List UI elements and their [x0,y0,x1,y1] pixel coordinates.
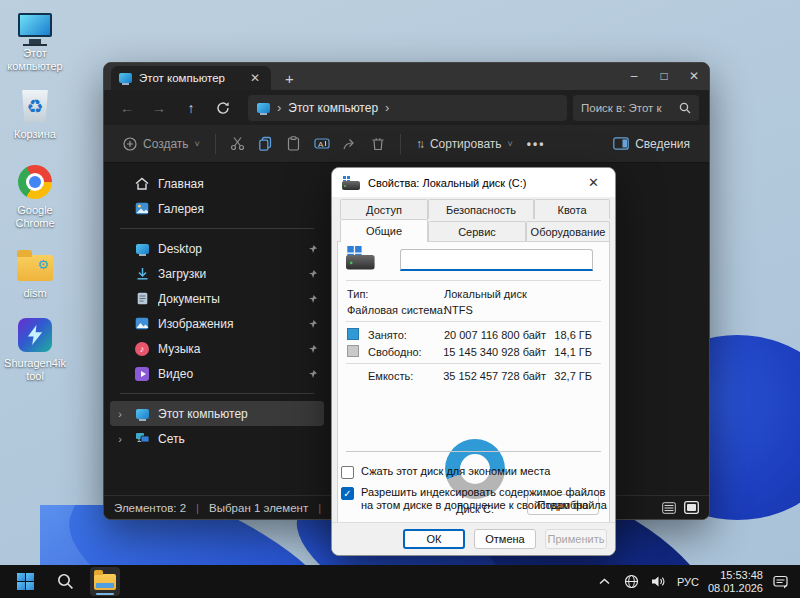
more-options-button[interactable]: ••• [520,132,553,156]
chevron-right-icon: › [277,100,281,115]
sidebar-item-label: Этот компьютер [158,407,318,421]
pin-icon [308,319,318,329]
rename-icon[interactable]: A [308,131,336,157]
cut-icon[interactable] [224,131,252,157]
checkbox-label: Разрешить индексировать содержимое файло… [361,486,607,512]
taskbar-apps [0,567,120,596]
close-button[interactable]: ✕ [679,63,709,89]
drive-icon [342,176,360,190]
explorer-navbar: ← → ↑ › Этот компьютер › Поиск в: Этот к [104,90,709,125]
paste-icon[interactable] [280,131,308,157]
free-label: Свободно: [368,346,422,358]
desktop-icon-this-pc[interactable]: Этот компьютер [2,6,68,73]
network-globe-icon[interactable] [623,574,641,589]
tab-general[interactable]: Общие [340,219,428,242]
dialog-title: Свойства: Локальный диск (C:) [368,177,574,189]
desktop-icon-label: Shuragen4ik tool [2,357,68,383]
breadcrumb-item[interactable]: Этот компьютер [288,101,378,115]
explorer-toolbar: Создать ˅ A ↑↓ Сортировать ˅ ••• [104,125,709,163]
volume-label-input[interactable] [400,249,593,271]
sidebar-item-videos[interactable]: Видео [110,361,324,386]
tray-chevron-up-icon[interactable] [596,578,614,585]
sidebar-item-documents[interactable]: Документы [110,286,324,311]
new-tab-button[interactable]: + [285,70,294,90]
sidebar-item-gallery[interactable]: Галерея [110,196,324,221]
filesystem-label: Файловая система: [347,304,446,316]
up-icon[interactable]: ↑ [178,95,204,121]
computer-icon [134,409,150,419]
checkbox-checked[interactable]: ✓ [341,487,354,500]
back-icon[interactable]: ← [114,95,140,121]
close-icon[interactable]: ✕ [582,173,605,192]
tab-hardware[interactable]: Оборудование [526,221,610,241]
desktop-icon-dism[interactable]: ⚙ dism [2,246,68,300]
details-pane-button[interactable]: Сведения [606,132,697,156]
tab-tools[interactable]: Сервис [428,221,526,241]
ok-button[interactable]: ОК [403,529,465,549]
thumbnail-view-icon[interactable] [684,501,699,514]
computer-icon [257,103,270,113]
keyboard-language[interactable]: РУС [677,576,699,588]
sidebar-item-label: Видео [158,367,300,381]
folder-icon [94,574,116,590]
taskbar-explorer-button[interactable] [90,567,120,596]
checkbox-unchecked[interactable] [341,466,354,479]
dialog-buttons: ОК Отмена Применить [332,522,615,555]
share-icon[interactable] [336,131,364,157]
window-controls: – □ ✕ [619,63,709,89]
free-size: 14,1 ГБ [516,346,592,358]
tray-clock[interactable]: 15:53:48 08.01.2026 [708,569,763,595]
properties-dialog: Свойства: Локальный диск (C:) ✕ Доступ Б… [331,167,616,556]
search-placeholder: Поиск в: Этот к [581,102,673,114]
tab-close-icon[interactable]: ✕ [247,71,263,85]
desktop-icon-shuragen-tool[interactable]: Shuragen4ik tool [2,316,68,383]
sidebar-item-pictures[interactable]: Изображения [110,311,324,336]
tab-security[interactable]: Безопасность [428,199,534,219]
apply-button[interactable]: Применить [545,529,607,549]
monitor-icon [134,244,150,254]
index-checkbox-row[interactable]: ✓ Разрешить индексировать содержимое фай… [341,486,607,512]
type-label: Тип: [347,288,368,300]
volume-icon[interactable] [650,575,668,588]
copy-icon[interactable] [252,131,280,157]
chevron-right-icon[interactable]: › [114,433,126,445]
explorer-tab[interactable]: Этот компьютер ✕ [111,66,271,90]
sidebar-item-network[interactable]: › Сеть [110,426,324,451]
desktop-icon-recycle-bin[interactable]: ♻ Корзина [2,87,68,141]
start-button[interactable] [10,567,40,596]
sidebar-item-home[interactable]: Главная [110,171,324,196]
ellipsis-icon: ••• [527,137,546,151]
maximize-button[interactable]: □ [649,63,679,89]
app-icon [16,316,54,354]
chevron-right-icon[interactable]: › [385,100,389,115]
downloads-icon [134,267,150,280]
breadcrumb[interactable]: › Этот компьютер › [248,95,567,121]
minimize-button[interactable]: – [619,63,649,89]
list-view-icon[interactable] [662,502,676,514]
desktop-icon-chrome[interactable]: Google Chrome [2,163,68,230]
sidebar-item-desktop[interactable]: Desktop [110,236,324,261]
sidebar-item-this-pc[interactable]: › Этот компьютер [110,401,324,426]
forward-icon[interactable]: → [146,95,172,121]
pin-icon [308,269,318,279]
filesystem-value: NTFS [444,304,473,316]
tab-quota[interactable]: Квота [534,199,610,219]
refresh-icon[interactable] [210,95,236,121]
sort-button[interactable]: ↑↓ Сортировать ˅ [409,132,520,156]
chevron-right-icon[interactable]: › [114,408,126,420]
taskbar-search-button[interactable] [50,567,80,596]
plus-circle-icon [123,137,137,151]
sidebar-item-downloads[interactable]: Загрузки [110,261,324,286]
toolbar-divider [215,134,216,154]
search-input[interactable]: Поиск в: Этот к [573,95,699,121]
toolbar-divider [400,134,401,154]
delete-icon[interactable] [364,131,392,157]
new-button[interactable]: Создать ˅ [116,132,207,156]
sidebar-item-label: Изображения [158,317,300,331]
tab-sharing[interactable]: Доступ [340,199,428,219]
cancel-button[interactable]: Отмена [474,529,536,549]
compress-checkbox-row[interactable]: Сжать этот диск для экономии места [341,465,603,479]
sidebar-item-music[interactable]: ♪ Музыка [110,336,324,361]
notifications-icon[interactable] [772,575,790,589]
desktop-icons: Этот компьютер ♻ Корзина Google Chrome ⚙… [2,6,68,397]
